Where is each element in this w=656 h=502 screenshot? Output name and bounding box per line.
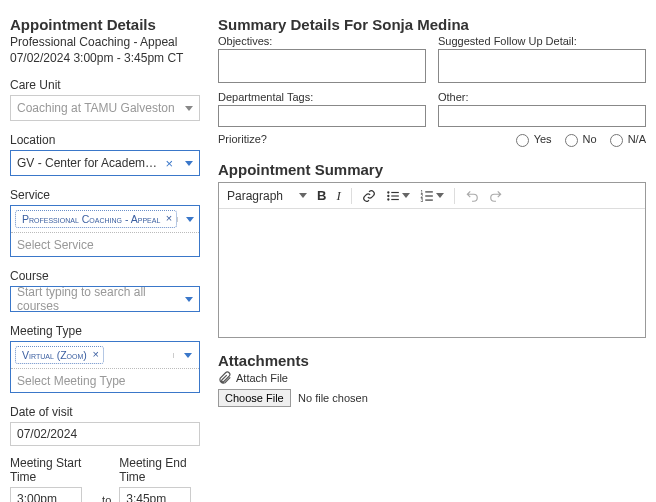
prioritize-no-label: No — [583, 133, 597, 145]
file-status-text: No file chosen — [298, 392, 368, 404]
redo-icon — [489, 189, 503, 203]
dept-tags-label: Departmental Tags: — [218, 91, 426, 103]
svg-point-2 — [387, 198, 389, 200]
bullet-list-icon — [386, 189, 400, 203]
undo-button[interactable] — [465, 189, 479, 203]
start-time-input[interactable] — [10, 487, 82, 502]
service-multiselect[interactable]: Professional Coaching - Appeal × Select … — [10, 205, 200, 257]
remove-service-tag-icon[interactable]: × — [166, 212, 172, 224]
date-of-visit-label: Date of visit — [10, 405, 200, 419]
service-tag: Professional Coaching - Appeal × — [15, 210, 177, 228]
summary-editor: Paragraph B I 123 — [218, 182, 646, 338]
svg-text:3: 3 — [420, 197, 423, 202]
numbered-list-button[interactable]: 123 — [420, 189, 444, 203]
svg-point-0 — [387, 191, 389, 193]
time-to-word: to — [102, 494, 111, 502]
bold-button[interactable]: B — [317, 188, 326, 203]
numbered-list-icon: 123 — [420, 189, 434, 203]
appointment-summary-title: Appointment Summary — [218, 161, 646, 178]
objectives-input[interactable] — [218, 49, 426, 83]
attachments-title: Attachments — [218, 352, 646, 369]
followup-input[interactable] — [438, 49, 646, 83]
italic-button[interactable]: I — [336, 188, 340, 204]
date-of-visit-input[interactable] — [10, 422, 200, 446]
appointment-subtitle-service: Professional Coaching - Appeal — [10, 35, 200, 51]
paragraph-style-label: Paragraph — [227, 189, 283, 203]
objectives-label: Objectives: — [218, 35, 426, 47]
link-icon — [362, 189, 376, 203]
redo-button[interactable] — [489, 189, 503, 203]
care-unit-label: Care Unit — [10, 78, 200, 92]
chevron-down-icon — [185, 297, 193, 302]
end-time-label: Meeting End Time — [119, 456, 200, 484]
meeting-type-tag-label: Virtual (Zoom) — [22, 349, 87, 361]
editor-toolbar: Paragraph B I 123 — [219, 183, 645, 209]
care-unit-select[interactable]: Coaching at TAMU Galveston — [10, 95, 200, 121]
dept-tags-input[interactable] — [218, 105, 426, 127]
care-unit-value: Coaching at TAMU Galveston — [17, 101, 179, 115]
paragraph-style-select[interactable]: Paragraph — [227, 189, 307, 203]
location-value: GV - Center for Academic Learning Suppor… — [17, 156, 159, 170]
other-label: Other: — [438, 91, 646, 103]
prioritize-na-label: N/A — [628, 133, 646, 145]
other-input[interactable] — [438, 105, 646, 127]
remove-meeting-type-tag-icon[interactable]: × — [92, 348, 98, 360]
chevron-down-icon — [402, 193, 410, 198]
service-tag-label: Professional Coaching - Appeal — [22, 213, 160, 225]
prioritize-radio-group: Yes No N/A — [511, 131, 646, 147]
attach-file-link[interactable]: Attach File — [218, 371, 646, 385]
chevron-down-icon — [299, 193, 307, 198]
prioritize-no[interactable]: No — [560, 131, 597, 147]
meeting-type-label: Meeting Type — [10, 324, 200, 338]
paperclip-icon — [218, 371, 232, 385]
prioritize-yes-label: Yes — [534, 133, 552, 145]
chevron-down-icon — [436, 193, 444, 198]
meeting-type-tag: Virtual (Zoom) × — [15, 346, 104, 364]
location-select[interactable]: GV - Center for Academic Learning Suppor… — [10, 150, 200, 176]
toolbar-divider — [351, 188, 352, 204]
appointment-details-title: Appointment Details — [10, 16, 200, 33]
location-label: Location — [10, 133, 200, 147]
attach-file-label: Attach File — [236, 372, 288, 384]
appointment-subtitle-datetime: 07/02/2024 3:00pm - 3:45pm CT — [10, 51, 200, 67]
meeting-type-placeholder: Select Meeting Type — [17, 374, 193, 388]
course-label: Course — [10, 269, 200, 283]
chevron-down-icon — [185, 161, 193, 166]
prioritize-label: Prioritize? — [218, 133, 267, 145]
toolbar-divider — [454, 188, 455, 204]
service-placeholder: Select Service — [17, 238, 193, 252]
meeting-type-multiselect[interactable]: Virtual (Zoom) × Select Meeting Type — [10, 341, 200, 393]
link-button[interactable] — [362, 189, 376, 203]
chevron-down-icon — [184, 353, 192, 358]
chevron-down-icon — [185, 106, 193, 111]
start-time-label: Meeting Start Time — [10, 456, 94, 484]
summary-details-title: Summary Details For Sonja Medina — [218, 16, 646, 33]
course-placeholder: Start typing to search all courses — [17, 285, 179, 313]
course-select[interactable]: Start typing to search all courses — [10, 286, 200, 312]
followup-label: Suggested Follow Up Detail: — [438, 35, 646, 47]
undo-icon — [465, 189, 479, 203]
bullet-list-button[interactable] — [386, 189, 410, 203]
summary-textarea[interactable] — [219, 209, 645, 337]
service-label: Service — [10, 188, 200, 202]
clear-location-icon[interactable]: × — [165, 156, 173, 171]
chevron-down-icon — [186, 217, 194, 222]
prioritize-na[interactable]: N/A — [605, 131, 646, 147]
end-time-input[interactable] — [119, 487, 191, 502]
choose-file-button[interactable]: Choose File — [218, 389, 291, 407]
prioritize-yes[interactable]: Yes — [511, 131, 552, 147]
svg-point-1 — [387, 194, 389, 196]
